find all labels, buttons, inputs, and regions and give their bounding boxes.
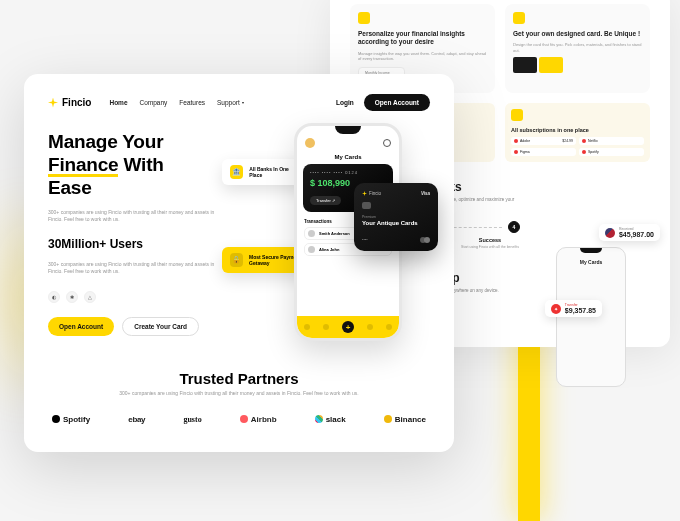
avatar [308, 246, 315, 253]
app-icon [514, 139, 518, 143]
nav-link-company[interactable]: Company [140, 99, 168, 106]
top-nav: Fincio HomeCompanyFeaturesSupport▾ Login… [48, 94, 430, 111]
lock-icon: 🔒 [230, 253, 243, 267]
flag-us-icon [605, 228, 615, 238]
partners-subtitle: 300+ companies are using Fincio with tru… [119, 390, 359, 397]
phone-title: My Cards [297, 154, 399, 160]
nav-profile-icon[interactable] [386, 324, 392, 330]
nav-add-button[interactable]: + [342, 321, 354, 333]
nav-home-icon[interactable] [304, 324, 310, 330]
subscription-chip: Netflix [579, 137, 644, 145]
partner-logo-gusto: gusto [183, 415, 201, 424]
mastercard-icon [420, 237, 430, 243]
nav-link-home[interactable]: Home [109, 99, 127, 106]
nav-stats-icon[interactable] [367, 324, 373, 330]
visa-logo: Visa [421, 191, 430, 196]
partner-logo-binance: Binance [384, 415, 426, 424]
avatar [305, 138, 315, 148]
spotify-icon [52, 415, 60, 423]
app-icon [582, 150, 586, 154]
open-account-button[interactable]: Open Account [364, 94, 430, 111]
gear-icon[interactable] [383, 139, 391, 147]
avatar [308, 230, 315, 237]
card-icon [513, 12, 525, 24]
subscription-chip: Spotify [579, 148, 644, 156]
create-card-cta[interactable]: Create Your Card [122, 317, 199, 336]
brand-logo[interactable]: Fincio [48, 97, 91, 108]
dribbble-icon: ◐ [48, 291, 60, 303]
card-chip-icon [362, 202, 371, 209]
partner-logo-slack: slack [315, 415, 346, 424]
feature-desc: Design the card that fits you. Pick colo… [513, 42, 642, 52]
nav-link-features[interactable]: Features [179, 99, 205, 106]
app-icon [582, 139, 586, 143]
credit-card-mockup: Fincio Visa Premium Your Antique Cards •… [354, 183, 438, 251]
step-4-dot[interactable]: 4 [508, 221, 520, 233]
page-headline: Manage Your Finance With Ease [48, 131, 218, 199]
airbnb-icon [240, 415, 248, 423]
binance-icon [384, 415, 392, 423]
chart-icon [358, 12, 370, 24]
shape-icon: △ [84, 291, 96, 303]
nav-link-support[interactable]: Support▾ [217, 99, 244, 106]
received-badge: Received $45,987.00 [599, 224, 660, 241]
subscription-chip: Adobe$24.99 [511, 137, 576, 145]
feature-title: Get your own designed card. Be Unique ! [513, 30, 642, 38]
feature-desc: Manage insights the way you want them. C… [358, 51, 487, 61]
logo-icon [48, 98, 58, 108]
slack-icon [315, 415, 323, 423]
feature-title: Personalize your financial insights acco… [358, 30, 487, 47]
cards-preview [513, 57, 642, 73]
chevron-down-icon: ▾ [242, 100, 244, 105]
users-stat: 30Million+ Users [48, 237, 218, 251]
app-icon [514, 150, 518, 154]
stack-icon [511, 109, 523, 121]
phone-nav-bar: + [297, 316, 399, 338]
phone-mockup: My Cards [556, 247, 626, 387]
feature-card-subscriptions[interactable]: All subscriptions in one place Adobe$24.… [505, 103, 650, 162]
partner-logo-airbnb: Airbnb [240, 415, 277, 424]
press-logos: ◐ ✱ △ [48, 291, 218, 303]
slack-icon: ✱ [66, 291, 78, 303]
subscription-chip: Figma [511, 148, 576, 156]
partners-section: Trusted Partners 300+ companies are usin… [48, 370, 430, 424]
partners-title: Trusted Partners [48, 370, 430, 387]
hero-subtext-2: 300+ companies are using Fincio with tru… [48, 261, 218, 275]
transfer-badge: ✦ Transfer $9,357.85 [545, 300, 602, 317]
card-number: •••• •••• •••• 0124 [310, 170, 386, 175]
partner-logo-spotify: Spotify [52, 415, 90, 424]
partner-logo-ebay: ebay [128, 415, 145, 424]
flag-ca-icon: ✦ [551, 304, 561, 314]
bank-icon: 🏦 [230, 165, 243, 179]
feature-card-design[interactable]: Get your own designed card. Be Unique ! … [505, 4, 650, 93]
hero-page: Fincio HomeCompanyFeaturesSupport▾ Login… [24, 74, 454, 452]
open-account-cta[interactable]: Open Account [48, 317, 114, 336]
hero-subtext: 300+ companies are using Fincio with tru… [48, 209, 218, 223]
nav-wallet-icon[interactable] [323, 324, 329, 330]
transfer-button[interactable]: Transfer ↗ [310, 196, 341, 205]
login-link[interactable]: Login [336, 99, 354, 106]
